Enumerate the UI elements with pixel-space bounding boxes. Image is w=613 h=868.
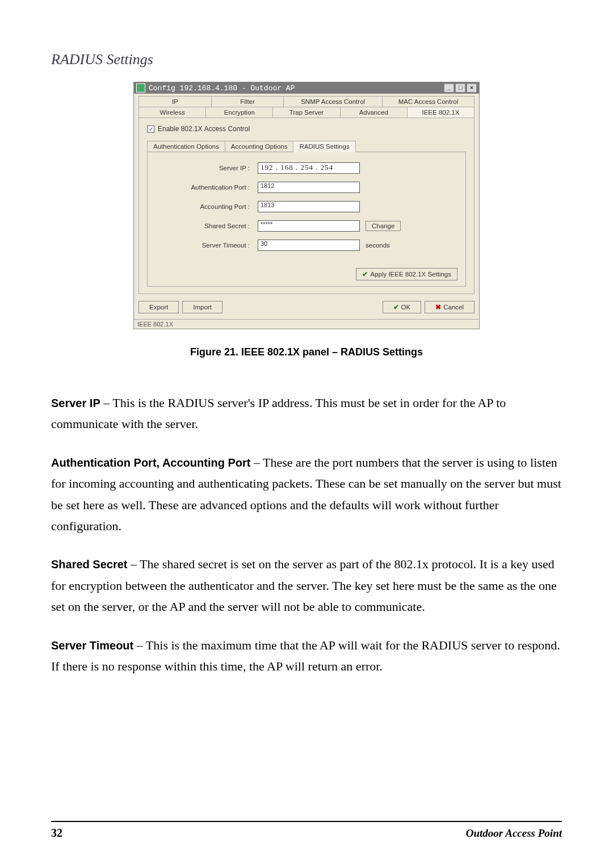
tab-ip[interactable]: IP bbox=[138, 96, 212, 107]
body-text: Server IP – This is the RADIUS server's … bbox=[51, 392, 562, 677]
check-icon: ✔ bbox=[393, 303, 399, 311]
tab-filter[interactable]: Filter bbox=[212, 96, 284, 107]
auth-port-label: Authentication Port : bbox=[156, 184, 258, 191]
minimize-icon[interactable]: _ bbox=[444, 83, 454, 93]
term-server-ip: Server IP bbox=[51, 397, 100, 409]
tab-ieee8021x[interactable]: IEEE 802.1X bbox=[408, 107, 475, 118]
tab-encryption[interactable]: Encryption bbox=[206, 107, 273, 118]
section-title: RADIUS Settings bbox=[51, 51, 562, 68]
shared-secret-input[interactable]: ***** bbox=[258, 220, 360, 232]
figure-caption: Figure 21. IEEE 802.1X panel – RADIUS Se… bbox=[51, 346, 562, 358]
text-server-ip: – This is the RADIUS server's IP address… bbox=[51, 396, 506, 431]
window-titlebar: Config 192.168.4.180 - Outdoor AP _ □ × bbox=[134, 82, 479, 94]
window-title: Config 192.168.4.180 - Outdoor AP bbox=[149, 84, 295, 93]
acct-port-label: Accounting Port : bbox=[156, 203, 258, 210]
check-icon: ✔ bbox=[362, 270, 368, 278]
subtab-auth-options[interactable]: Authentication Options bbox=[147, 141, 225, 152]
server-ip-input[interactable]: 192 . 168 . 254 . 254 bbox=[258, 162, 360, 174]
server-timeout-label: Server Timeout : bbox=[156, 242, 258, 249]
server-timeout-input[interactable]: 30 bbox=[258, 240, 360, 251]
apply-settings-button[interactable]: ✔ Apply IEEE 802.1X Settings bbox=[356, 268, 457, 280]
ok-button[interactable]: ✔OK bbox=[383, 301, 422, 313]
change-button[interactable]: Change bbox=[366, 221, 401, 231]
tabs-row-2: Wireless Encryption Trap Server Advanced… bbox=[138, 107, 475, 118]
page-number: 32 bbox=[51, 827, 62, 840]
close-icon[interactable]: × bbox=[467, 83, 477, 93]
config-window-screenshot: Config 192.168.4.180 - Outdoor AP _ □ × … bbox=[133, 82, 480, 329]
server-ip-label: Server IP : bbox=[156, 165, 258, 171]
maximize-icon[interactable]: □ bbox=[455, 83, 465, 93]
acct-port-input[interactable]: 1813 bbox=[258, 201, 360, 212]
term-ports: Authentication Port, Accounting Port bbox=[51, 456, 250, 469]
status-bar: IEEE 802.1X bbox=[134, 319, 479, 329]
shared-secret-label: Shared Secret : bbox=[156, 223, 258, 229]
tab-wireless[interactable]: Wireless bbox=[138, 107, 206, 118]
term-timeout: Server Timeout bbox=[51, 639, 133, 652]
export-button[interactable]: Export bbox=[138, 301, 179, 313]
tab-advanced[interactable]: Advanced bbox=[341, 107, 408, 118]
auth-port-input[interactable]: 1812 bbox=[258, 182, 360, 193]
tabs-row-1: IP Filter SNMP Access Control MAC Access… bbox=[138, 96, 475, 107]
subtab-acct-options[interactable]: Accounting Options bbox=[225, 141, 294, 152]
app-icon bbox=[136, 83, 145, 93]
tab-snmp[interactable]: SNMP Access Control bbox=[284, 96, 383, 107]
tab-mac[interactable]: MAC Access Control bbox=[383, 96, 475, 107]
seconds-label: seconds bbox=[366, 242, 390, 249]
term-secret: Shared Secret bbox=[51, 558, 128, 571]
cancel-button[interactable]: ✖Cancel bbox=[425, 301, 475, 313]
text-secret: – The shared secret is set on the server… bbox=[51, 557, 557, 614]
tab-trap[interactable]: Trap Server bbox=[273, 107, 340, 118]
page-footer: 32 Outdoor Access Point bbox=[51, 821, 562, 840]
footer-title: Outdoor Access Point bbox=[466, 827, 562, 840]
subtab-radius-settings[interactable]: RADIUS Settings bbox=[293, 141, 355, 152]
import-button[interactable]: Import bbox=[182, 301, 222, 313]
enable-8021x-label: Enable 802.1X Access Control bbox=[158, 125, 250, 133]
x-icon: ✖ bbox=[435, 303, 441, 311]
enable-8021x-checkbox[interactable]: ✓ bbox=[147, 125, 154, 133]
